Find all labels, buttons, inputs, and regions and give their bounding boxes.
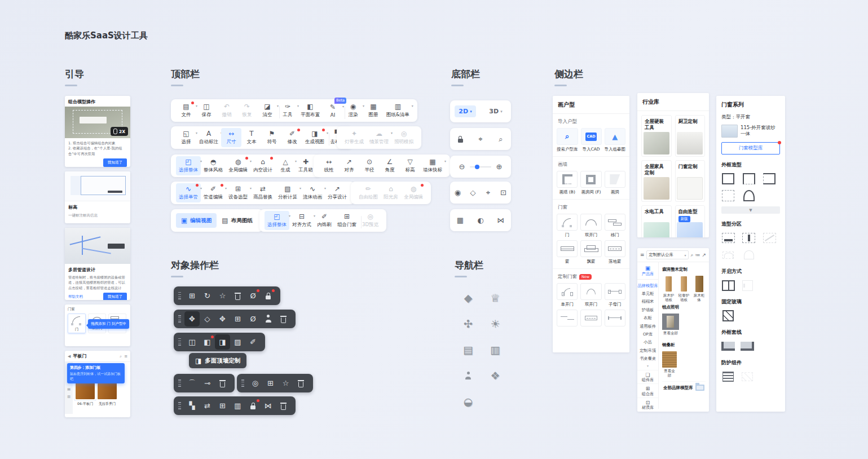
minimap-button[interactable]: ⊡ xyxy=(497,187,510,199)
duplicate-button[interactable]: ⊞ xyxy=(263,376,278,391)
frame-line-item[interactable] xyxy=(741,340,754,352)
focus-2-button[interactable]: ⌖ xyxy=(482,187,495,199)
frame-shape-item[interactable] xyxy=(742,189,756,202)
zone-shape-item[interactable] xyxy=(742,232,756,244)
select-pipe-button[interactable]: ∿ ▾ 选择单管 xyxy=(176,183,201,202)
overall-style-button[interactable]: ◓ ▾ 整体风格 xyxy=(201,156,226,175)
custom-double-door-item[interactable]: 双开门 xyxy=(580,283,601,307)
generate-button[interactable]: △ ▾ 生成 xyxy=(275,156,296,175)
import-trace-item[interactable]: ▲ 导入临摹图 xyxy=(605,128,626,152)
symbol-button[interactable]: ⚑ ▾ 符号 xyxy=(262,128,282,147)
cube-view-button[interactable]: ◇ xyxy=(467,187,479,199)
fluid-anim-button[interactable]: ∿ ▾ 流体动画 xyxy=(300,183,325,202)
curve-button[interactable]: ⌒ xyxy=(184,376,200,391)
double-door-item[interactable]: 双开门 xyxy=(580,214,601,237)
contrast-button[interactable]: ◐ xyxy=(474,214,487,227)
bay-window-item[interactable]: 飘窗 xyxy=(580,240,601,264)
auto-annotate-button[interactable]: A ▾ 自动标注 xyxy=(196,128,221,147)
lock-button[interactable] xyxy=(261,288,276,303)
duplicate-button[interactable]: ⊞ xyxy=(230,311,245,326)
delete-button[interactable] xyxy=(276,398,291,413)
wall-top-button[interactable]: ◫ xyxy=(184,334,200,350)
layout-paper-button[interactable]: ▤ 布局图纸 xyxy=(217,213,257,228)
navbar-item-3[interactable]: ✣ xyxy=(461,317,475,330)
custom-single-door-item[interactable]: 单开门 xyxy=(557,283,578,307)
plan-layout-button[interactable]: ◧ ▾ 平面布置 xyxy=(298,101,323,120)
wings-button[interactable]: ⋈ xyxy=(495,214,507,227)
zone-shape-item[interactable] xyxy=(721,232,735,244)
hide-button[interactable]: Ø xyxy=(245,288,261,303)
delete-button[interactable] xyxy=(293,376,309,391)
device-select-button[interactable]: ⊞ ▾ 设备选型 xyxy=(226,183,250,202)
rail-icon[interactable]: ▤ xyxy=(67,387,71,391)
brand-model-item[interactable]: 轻奢护墙板 xyxy=(677,275,690,302)
preview-3d-button[interactable]: ◎ ▾ 3D预览 xyxy=(359,211,381,230)
mep-tools-card[interactable]: 水电工具 xyxy=(641,205,672,237)
view-all-item[interactable]: 查看全部 xyxy=(662,351,677,378)
move-button[interactable]: ✥ xyxy=(184,311,200,326)
door-panel-button[interactable]: ▥ xyxy=(230,398,245,413)
custom-door-item-5[interactable] xyxy=(580,310,601,333)
brand-model-item[interactable]: 原木柜体 xyxy=(693,275,706,302)
catalog-nav-brand[interactable]: 品牌模型库 xyxy=(637,282,658,290)
toolbox-button[interactable]: ✚ ▾ 工具箱 xyxy=(296,156,316,175)
mirror-button[interactable]: ⋈ xyxy=(261,398,276,413)
draw-hole-item[interactable]: 画洞 xyxy=(605,171,625,195)
delete-button[interactable] xyxy=(276,311,291,326)
window-library-button[interactable]: 门窗模型库 xyxy=(721,142,780,155)
zone-shape-item[interactable] xyxy=(763,232,776,244)
view-2d-button[interactable]: 2D ▾ xyxy=(455,105,475,117)
catalog-nav-item[interactable]: 定制吊顶 xyxy=(637,347,658,355)
undo-button[interactable]: ↶ ▾ 撤销 xyxy=(217,101,237,120)
duplicate-button[interactable]: ⊞ xyxy=(184,288,200,303)
elevation-dim-button[interactable]: ▽ ▾ 标高 xyxy=(400,156,420,175)
view-all-item[interactable]: 查看全部 xyxy=(662,313,679,340)
share-design-button[interactable]: ↗ ▾ 分享设计 xyxy=(325,183,350,202)
navbar-item-4[interactable]: ☀ xyxy=(488,317,502,330)
zone-shape-item[interactable] xyxy=(721,249,735,261)
hard-decor-tools-card[interactable]: 全屋硬装工具 xyxy=(641,115,672,157)
assembly-lib-item[interactable]: ⊞ 组合库 xyxy=(637,383,658,396)
furniture-custom-card[interactable]: 全屋家具定制 xyxy=(641,160,672,202)
navbar-item-2[interactable]: ♕ xyxy=(488,291,502,304)
catalog-nav-item[interactable]: 护墙板 xyxy=(637,306,658,314)
render-button[interactable]: ◉ ▾ 渲染 xyxy=(343,101,363,120)
select-whole-button[interactable]: ◰ ▾ 选择整体 xyxy=(176,156,201,175)
global-edit-button[interactable]: ◍ ▾ 全局编辑 xyxy=(226,156,250,175)
hide-button[interactable]: Ø xyxy=(245,311,261,326)
navbar-item-5[interactable]: ▤ xyxy=(461,343,475,356)
sunroom-button[interactable]: ⌂ ▾ 阳光房 xyxy=(381,183,401,202)
global-edit-2-button[interactable]: ◍ ▾ 全局编辑 xyxy=(401,183,426,202)
lock-view-button[interactable] xyxy=(454,133,466,145)
interior-brush-button[interactable]: ✐ ▾ 内饰刷 xyxy=(314,211,334,230)
zoom-out-icon[interactable]: ⊖ xyxy=(456,161,468,173)
draw-room-item[interactable]: 画房间 (F) xyxy=(580,171,601,195)
lock-button[interactable] xyxy=(245,398,261,413)
catalog-nav-item[interactable]: 通用板件 xyxy=(637,323,658,330)
expand-icon[interactable]: ↗ xyxy=(702,252,706,258)
floor-window-item[interactable]: 落地窗 xyxy=(605,240,625,264)
list-icon[interactable]: ≡ xyxy=(124,354,127,359)
wall-quick-mark-button[interactable]: ▦ ▾ 墙体快标 xyxy=(420,156,445,175)
clear-button[interactable]: ◪ ▾ 清空 xyxy=(257,101,277,120)
window-model-row[interactable]: 115-外开窗玻纱一体 xyxy=(721,125,780,138)
redo-button[interactable]: ↷ ▾ 恢复 xyxy=(237,101,257,120)
analysis-calc-button[interactable]: ▧ ▾ 分析计算 xyxy=(275,183,300,202)
segment-button[interactable]: ⊸ xyxy=(200,376,215,391)
angle-dim-button[interactable]: ∠ ▾ 角度 xyxy=(380,156,400,175)
navbar-item-1[interactable]: ◆ xyxy=(461,291,475,304)
zone-shape-item[interactable] xyxy=(742,249,756,261)
component-lib-item[interactable]: ❏ 组件库 xyxy=(637,370,658,383)
catalog-nav-item[interactable]: OP库 xyxy=(637,330,658,338)
door-item[interactable]: 门 xyxy=(68,314,86,333)
library-select[interactable]: 定制默认公库 ▾ xyxy=(646,250,689,259)
delete-button[interactable] xyxy=(230,288,245,303)
modify-button[interactable]: ✐ ▾ 修改 xyxy=(282,128,302,147)
view-3d-button[interactable]: 3D ▾ xyxy=(485,105,506,117)
focus-button[interactable]: ⌖ xyxy=(474,133,487,145)
drag-handle-icon[interactable] xyxy=(178,338,181,346)
album-button[interactable]: ▦ ▾ 图册 xyxy=(363,101,384,120)
dimension-button[interactable]: ↔ ▾ 尺寸 xyxy=(221,128,241,147)
expand-more-button[interactable]: ▼ xyxy=(721,206,780,214)
navbar-item-7[interactable] xyxy=(461,369,475,382)
